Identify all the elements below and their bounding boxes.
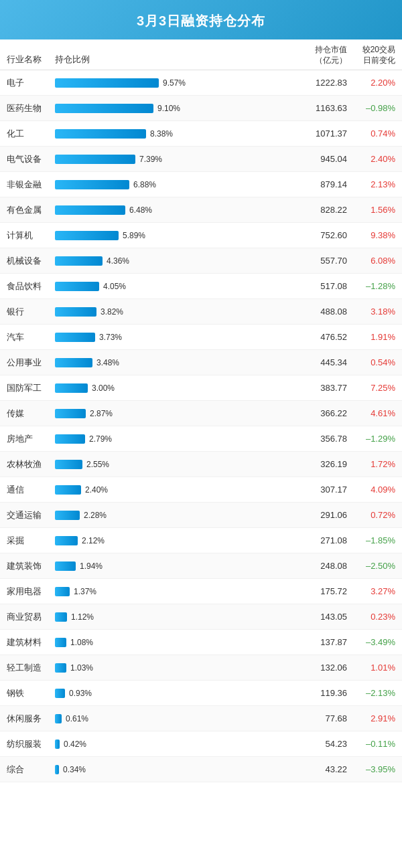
row-industry-name: 家用电器 xyxy=(7,586,55,598)
row-bar-area: 2.79% xyxy=(55,434,287,444)
row-industry-name: 通信 xyxy=(7,484,55,496)
bar-track xyxy=(55,740,60,749)
bar-track xyxy=(55,765,59,774)
column-headers: 行业名称 持仓比例 持仓市值（亿元） 较20交易日前变化 xyxy=(0,39,402,70)
row-industry-name: 农林牧渔 xyxy=(7,458,55,470)
row-industry-name: 钢铁 xyxy=(7,687,55,699)
row-industry-name: 银行 xyxy=(7,306,55,318)
row-pct-label: 2.40% xyxy=(85,485,108,495)
row-market-value: 271.08 xyxy=(287,535,347,545)
row-bar-area: 1.94% xyxy=(55,561,287,571)
data-table: 电子 9.57% 1222.83 2.20% 医药生物 9.10% 1163.6… xyxy=(0,70,402,782)
table-row: 建筑装饰 1.94% 248.08 –2.50% xyxy=(0,553,402,579)
table-row: 有色金属 6.48% 828.22 1.56% xyxy=(0,197,402,223)
table-row: 建筑材料 1.08% 137.87 –3.49% xyxy=(0,630,402,655)
row-industry-name: 非银金融 xyxy=(7,179,55,191)
bar-track xyxy=(55,536,78,545)
row-industry-name: 医药生物 xyxy=(7,102,55,114)
row-bar-area: 9.10% xyxy=(55,104,287,113)
row-market-value: 54.23 xyxy=(287,739,347,749)
row-change-value: 1.72% xyxy=(347,459,395,469)
row-pct-label: 5.89% xyxy=(123,231,145,240)
table-row: 非银金融 6.88% 879.14 2.13% xyxy=(0,172,402,197)
bar-track xyxy=(55,282,99,291)
bar-track xyxy=(55,460,82,469)
row-change-value: 3.27% xyxy=(347,586,395,596)
row-pct-label: 1.94% xyxy=(80,561,103,571)
row-bar-area: 1.03% xyxy=(55,663,287,673)
row-industry-name: 房地产 xyxy=(7,433,55,445)
row-pct-label: 1.03% xyxy=(70,663,93,673)
row-market-value: 77.68 xyxy=(287,713,347,723)
row-industry-name: 商业贸易 xyxy=(7,611,55,623)
row-market-value: 1071.37 xyxy=(287,128,347,139)
row-market-value: 175.72 xyxy=(287,586,347,596)
table-row: 电气设备 7.39% 945.04 2.40% xyxy=(0,147,402,172)
row-industry-name: 轻工制造 xyxy=(7,662,55,674)
row-market-value: 132.06 xyxy=(287,663,347,673)
row-change-value: 1.56% xyxy=(347,205,395,215)
row-market-value: 356.78 xyxy=(287,434,347,444)
row-bar-area: 0.93% xyxy=(55,689,287,698)
row-change-value: 1.01% xyxy=(347,663,395,673)
row-pct-label: 3.82% xyxy=(100,307,123,317)
row-market-value: 517.08 xyxy=(287,281,347,291)
bar-track xyxy=(55,205,125,215)
row-bar-area: 3.48% xyxy=(55,358,287,367)
row-pct-label: 4.36% xyxy=(107,256,129,266)
row-change-value: –1.29% xyxy=(347,434,395,444)
table-row: 传媒 2.87% 366.22 4.61% xyxy=(0,401,402,426)
row-pct-label: 4.05% xyxy=(103,282,126,291)
row-market-value: 945.04 xyxy=(287,154,347,164)
row-market-value: 119.36 xyxy=(287,688,347,698)
row-bar-area: 8.38% xyxy=(55,129,287,139)
row-pct-label: 2.55% xyxy=(86,460,109,469)
table-row: 国防军工 3.00% 383.77 7.25% xyxy=(0,375,402,401)
row-pct-label: 2.79% xyxy=(89,434,112,444)
table-row: 钢铁 0.93% 119.36 –2.13% xyxy=(0,681,402,706)
table-row: 计算机 5.89% 752.60 9.38% xyxy=(0,223,402,248)
bar-track xyxy=(55,180,129,189)
table-row: 轻工制造 1.03% 132.06 1.01% xyxy=(0,655,402,681)
row-bar-area: 0.34% xyxy=(55,765,287,774)
row-industry-name: 汽车 xyxy=(7,331,55,343)
row-market-value: 248.08 xyxy=(287,561,347,571)
row-market-value: 143.05 xyxy=(287,612,347,622)
row-change-value: 4.09% xyxy=(347,485,395,495)
row-pct-label: 2.87% xyxy=(90,409,113,418)
bar-track xyxy=(55,155,135,164)
row-bar-area: 1.08% xyxy=(55,638,287,647)
table-row: 采掘 2.12% 271.08 –1.85% xyxy=(0,528,402,553)
row-bar-area: 6.88% xyxy=(55,180,287,189)
row-market-value: 366.22 xyxy=(287,408,347,418)
row-market-value: 488.08 xyxy=(287,307,347,317)
bar-track xyxy=(55,663,66,673)
row-change-value: 2.13% xyxy=(347,179,395,189)
row-pct-label: 6.88% xyxy=(133,180,156,189)
bar-track xyxy=(55,256,103,266)
table-row: 电子 9.57% 1222.83 2.20% xyxy=(0,70,402,96)
row-market-value: 43.22 xyxy=(287,764,347,774)
row-bar-area: 3.00% xyxy=(55,383,287,393)
bar-track xyxy=(55,689,65,698)
row-bar-area: 2.87% xyxy=(55,409,287,418)
row-market-value: 1163.63 xyxy=(287,103,347,113)
bar-track xyxy=(55,485,81,495)
row-market-value: 307.17 xyxy=(287,485,347,495)
row-market-value: 291.06 xyxy=(287,510,347,520)
row-industry-name: 国防军工 xyxy=(7,382,55,394)
row-pct-label: 2.28% xyxy=(84,511,107,520)
row-change-value: 7.25% xyxy=(347,383,395,393)
bar-track xyxy=(55,358,92,367)
row-bar-area: 2.40% xyxy=(55,485,287,495)
row-change-value: 2.91% xyxy=(347,713,395,723)
row-industry-name: 电子 xyxy=(7,77,55,89)
row-change-value: –3.49% xyxy=(347,637,395,647)
table-row: 化工 8.38% 1071.37 0.74% xyxy=(0,121,402,147)
row-change-value: –0.11% xyxy=(347,739,395,749)
row-industry-name: 化工 xyxy=(7,128,55,140)
row-bar-area: 2.28% xyxy=(55,511,287,520)
table-row: 食品饮料 4.05% 517.08 –1.28% xyxy=(0,274,402,299)
row-market-value: 557.70 xyxy=(287,256,347,266)
row-market-value: 137.87 xyxy=(287,637,347,647)
